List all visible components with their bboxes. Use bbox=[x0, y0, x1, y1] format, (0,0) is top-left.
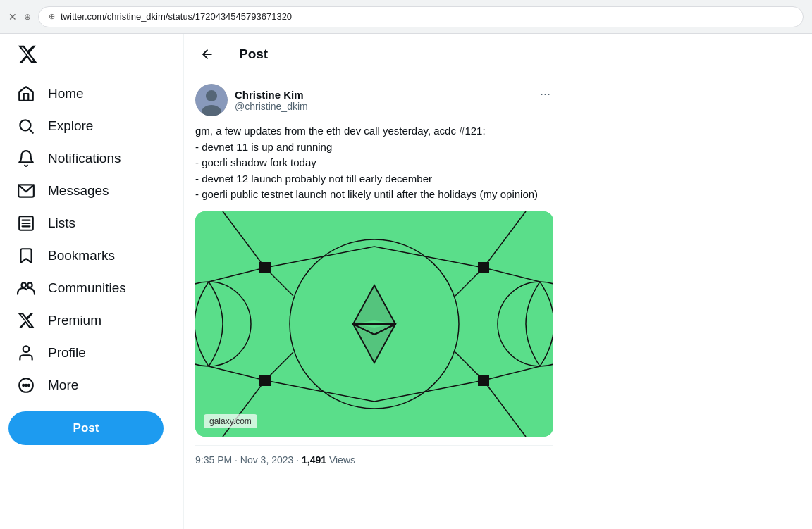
sidebar-item-communities[interactable]: Communities bbox=[8, 272, 175, 304]
svg-point-13 bbox=[28, 385, 30, 386]
views-label: Views bbox=[329, 454, 355, 466]
svg-point-7 bbox=[22, 282, 27, 287]
svg-point-12 bbox=[25, 385, 27, 386]
sidebar-item-lists[interactable]: Lists bbox=[8, 207, 175, 239]
svg-line-1 bbox=[30, 130, 33, 133]
timestamp-text: 9:35 PM · Nov 3, 2023 · bbox=[195, 454, 302, 466]
tweet-text: gm, a few updates from the eth dev call … bbox=[195, 123, 553, 203]
sidebar-item-messages[interactable]: Messages bbox=[8, 175, 175, 207]
sidebar: Home Explore Notifications bbox=[0, 34, 183, 529]
sidebar-item-profile-label: Profile bbox=[48, 345, 86, 361]
x-logo-icon bbox=[17, 44, 38, 65]
more-options-button[interactable]: ··· bbox=[537, 84, 553, 104]
back-button[interactable] bbox=[195, 42, 219, 66]
app-layout: Home Explore Notifications bbox=[0, 34, 812, 529]
secure-icon: ⊕ bbox=[49, 12, 55, 21]
author-name: Christine Kim bbox=[235, 89, 308, 101]
sidebar-item-bookmarks[interactable]: Bookmarks bbox=[8, 239, 175, 272]
svg-point-0 bbox=[20, 120, 30, 130]
list-icon bbox=[17, 214, 35, 232]
avatar-image bbox=[195, 84, 228, 116]
sidebar-item-profile[interactable]: Profile bbox=[8, 337, 175, 369]
tweet-container: Christine Kim @christine_dkim ··· gm, a … bbox=[184, 75, 565, 474]
sidebar-item-communities-label: Communities bbox=[48, 280, 126, 296]
sidebar-item-more[interactable]: More bbox=[8, 369, 175, 402]
svg-point-8 bbox=[27, 282, 32, 287]
sidebar-item-more-label: More bbox=[48, 378, 78, 393]
search-icon bbox=[17, 117, 35, 135]
svg-point-16 bbox=[206, 90, 217, 101]
sidebar-item-lists-label: Lists bbox=[48, 216, 75, 231]
sidebar-item-premium[interactable]: Premium bbox=[8, 304, 175, 337]
sidebar-item-home-label: Home bbox=[48, 86, 84, 101]
tweet-image[interactable]: galaxy.com bbox=[195, 211, 553, 437]
tweet-timestamp: 9:35 PM · Nov 3, 2023 · 1,491 Views bbox=[195, 445, 553, 466]
right-panel bbox=[565, 34, 812, 529]
sidebar-item-notifications[interactable]: Notifications bbox=[8, 142, 175, 175]
author-details: Christine Kim @christine_dkim bbox=[235, 89, 308, 112]
post-button[interactable]: Post bbox=[8, 411, 164, 445]
sidebar-item-bookmarks-label: Bookmarks bbox=[48, 248, 115, 263]
galaxy-watermark: galaxy.com bbox=[204, 414, 257, 428]
svg-rect-38 bbox=[259, 262, 271, 273]
url-text: twitter.com/christine_dkim/status/172043… bbox=[61, 11, 292, 22]
tweet-image-inner: galaxy.com bbox=[195, 211, 553, 437]
sidebar-item-messages-label: Messages bbox=[48, 183, 109, 199]
person-icon bbox=[17, 344, 35, 362]
sidebar-item-home[interactable]: Home bbox=[8, 77, 175, 110]
svg-point-11 bbox=[23, 385, 24, 386]
author-handle: @christine_dkim bbox=[235, 101, 308, 112]
close-icon[interactable]: ✕ bbox=[8, 11, 17, 23]
site-info-icon[interactable]: ⊕ bbox=[24, 12, 31, 22]
tweet-author-row: Christine Kim @christine_dkim ··· bbox=[195, 84, 553, 116]
views-count: 1,491 bbox=[302, 454, 326, 466]
main-content: Post Christine Kim @chri bbox=[183, 34, 565, 529]
url-bar[interactable]: ⊕ twitter.com/christine_dkim/status/1720… bbox=[38, 6, 804, 27]
sidebar-item-premium-label: Premium bbox=[48, 313, 102, 328]
avatar bbox=[195, 84, 228, 116]
sidebar-item-explore[interactable]: Explore bbox=[8, 110, 175, 142]
browser-chrome: ✕ ⊕ ⊕ twitter.com/christine_dkim/status/… bbox=[0, 0, 812, 34]
mail-icon bbox=[17, 182, 35, 200]
bell-icon bbox=[17, 149, 35, 168]
svg-rect-39 bbox=[478, 262, 489, 273]
post-view-header: Post bbox=[184, 34, 565, 75]
home-icon bbox=[17, 85, 35, 103]
more-circle-icon bbox=[17, 376, 35, 394]
sidebar-item-explore-label: Explore bbox=[48, 118, 93, 134]
eth-graphic-svg bbox=[195, 211, 553, 437]
sidebar-item-notifications-label: Notifications bbox=[48, 151, 121, 166]
post-header-title: Post bbox=[239, 46, 268, 62]
svg-point-9 bbox=[23, 346, 30, 352]
svg-rect-40 bbox=[259, 375, 271, 386]
svg-rect-41 bbox=[478, 375, 489, 386]
tweet-author-info: Christine Kim @christine_dkim bbox=[195, 84, 308, 116]
bookmark-icon bbox=[17, 247, 35, 265]
communities-icon bbox=[17, 279, 35, 297]
x-premium-icon bbox=[17, 311, 35, 330]
x-logo[interactable] bbox=[8, 37, 175, 75]
